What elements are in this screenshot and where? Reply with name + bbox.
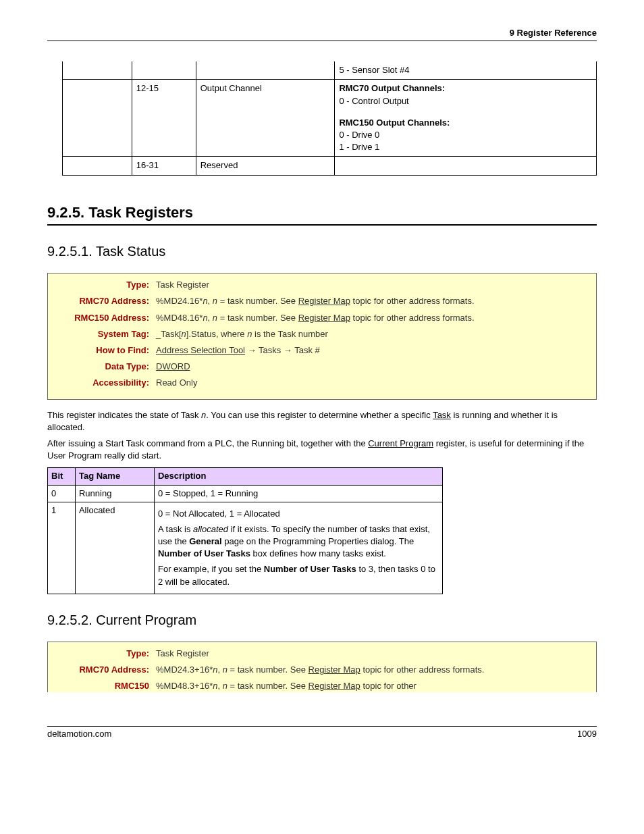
- rmc70-out-0: 0 - Control Output: [339, 95, 592, 107]
- header-chapter: 9 Register Reference: [510, 28, 597, 38]
- cell-desc: 0 = Not Allocated, 1 = Allocated A task …: [154, 502, 442, 594]
- register-map-link[interactable]: Register Map: [298, 296, 350, 306]
- register-map-link[interactable]: Register Map: [308, 664, 360, 675]
- value-accessibility: Read Only: [156, 377, 589, 389]
- cell: 12-15: [132, 80, 196, 157]
- cell: Output Channel: [196, 80, 335, 157]
- label-type: Type:: [55, 279, 156, 291]
- cell: 16-31: [132, 157, 196, 175]
- task-link[interactable]: Task: [433, 410, 451, 420]
- subsection-heading-task-status: 9.2.5.1. Task Status: [47, 242, 597, 261]
- value-type: Task Register: [156, 648, 589, 660]
- current-program-info-box: Type: Task Register RMC70 Address: %MD24…: [47, 642, 597, 693]
- table-row: 5 - Sensor Slot #4: [63, 61, 597, 80]
- prior-section-table: 5 - Sensor Slot #4 12-15 Output Channel …: [62, 61, 597, 175]
- label-accessibility: Accessibility:: [55, 377, 156, 389]
- value-how-to-find: Address Selection Tool → Tasks → Task #: [156, 344, 589, 357]
- task-status-info-box: Type: Task Register RMC70 Address: %MD24…: [47, 273, 597, 399]
- bits-header-row: Bit Tag Name Description: [48, 468, 443, 485]
- value-data-type: DWORD: [156, 361, 589, 373]
- value-rmc70-address: %MD24.16*n, n = task number. See Registe…: [156, 295, 589, 307]
- dword-link[interactable]: DWORD: [156, 361, 190, 371]
- label-how-to-find: How to Find:: [55, 344, 156, 357]
- register-map-link[interactable]: Register Map: [298, 313, 350, 323]
- value-rmc150-address: %MD48.16*n, n = task number. See Registe…: [156, 312, 589, 324]
- register-map-link[interactable]: Register Map: [308, 681, 360, 691]
- rmc150-out-heading: RMC150 Output Channels:: [339, 118, 450, 128]
- cell-tag: Running: [75, 485, 154, 502]
- task-status-para-1: This register indicates the state of Tas…: [47, 409, 597, 434]
- cell: [335, 157, 597, 175]
- page-footer: deltamotion.com 1009: [47, 726, 597, 740]
- cell-bit: 0: [48, 485, 76, 502]
- value-rmc150-address: %MD48.3+16*n, n = task number. See Regis…: [156, 680, 589, 692]
- allocated-line-1: 0 = Not Allocated, 1 = Allocated: [158, 508, 439, 520]
- col-bit: Bit: [48, 468, 76, 485]
- cell-desc: 0 = Stopped, 1 = Running: [154, 485, 442, 502]
- task-status-para-2: After issuing a Start Task command from …: [47, 438, 597, 462]
- col-tag-name: Tag Name: [75, 468, 154, 485]
- page-header: 9 Register Reference: [47, 27, 597, 41]
- task-status-bits-table: Bit Tag Name Description 0 Running 0 = S…: [47, 467, 443, 594]
- cell: 5 - Sensor Slot #4: [335, 61, 597, 80]
- output-channel-table: 5 - Sensor Slot #4 12-15 Output Channel …: [62, 61, 597, 175]
- rmc150-out-0: 0 - Drive 0: [339, 129, 592, 141]
- cell: [63, 80, 132, 157]
- allocated-line-3: For example, if you set the Number of Us…: [158, 563, 439, 588]
- current-program-link[interactable]: Current Program: [368, 438, 433, 448]
- cell: RMC70 Output Channels: 0 - Control Outpu…: [335, 80, 597, 157]
- cell: [63, 157, 132, 175]
- table-row: 1 Allocated 0 = Not Allocated, 1 = Alloc…: [48, 502, 443, 594]
- address-selection-tool-link[interactable]: Address Selection Tool: [156, 345, 245, 355]
- label-system-tag: System Tag:: [55, 328, 156, 340]
- cell: [63, 61, 132, 80]
- subsection-heading-current-program: 9.2.5.2. Current Program: [47, 610, 597, 629]
- footer-page-number: 1009: [577, 728, 597, 740]
- cell: [196, 61, 335, 80]
- table-row: 12-15 Output Channel RMC70 Output Channe…: [63, 80, 597, 157]
- label-rmc150-address: RMC150 Address:: [55, 312, 156, 324]
- label-rmc150-address: RMC150: [55, 680, 156, 692]
- value-rmc70-address: %MD24.3+16*n, n = task number. See Regis…: [156, 664, 589, 676]
- table-row: 16-31 Reserved: [63, 157, 597, 175]
- label-rmc70-address: RMC70 Address:: [55, 664, 156, 676]
- allocated-line-2: A task is allocated if it exists. To spe…: [158, 523, 439, 561]
- cell-bit: 1: [48, 502, 76, 594]
- cell-tag: Allocated: [75, 502, 154, 594]
- rmc150-out-1: 1 - Drive 1: [339, 141, 592, 153]
- value-type: Task Register: [156, 279, 589, 291]
- footer-site: deltamotion.com: [47, 728, 111, 740]
- col-description: Description: [154, 468, 442, 485]
- rmc70-out-heading: RMC70 Output Channels:: [339, 83, 445, 93]
- cell: Reserved: [196, 157, 335, 175]
- cell: [132, 61, 196, 80]
- value-system-tag: _Task[n].Status, where n is the Task num…: [156, 328, 589, 340]
- label-rmc70-address: RMC70 Address:: [55, 295, 156, 307]
- section-heading-task-registers: 9.2.5. Task Registers: [47, 203, 597, 226]
- table-row: 0 Running 0 = Stopped, 1 = Running: [48, 485, 443, 502]
- label-type: Type:: [55, 648, 156, 660]
- label-data-type: Data Type:: [55, 361, 156, 373]
